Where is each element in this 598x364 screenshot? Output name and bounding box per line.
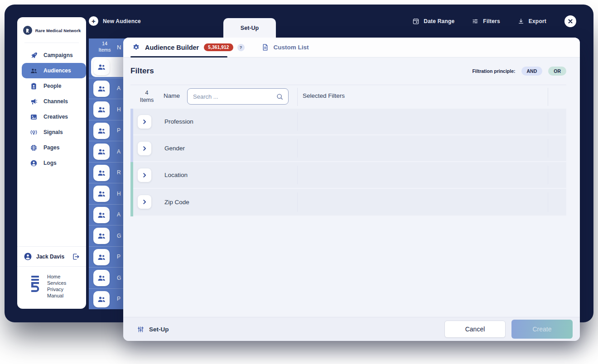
audience-name-partial: A (117, 141, 121, 162)
audience-name-partial: P (117, 289, 121, 310)
sidebar-item-label: Channels (43, 98, 68, 105)
audience-tile-button[interactable] (93, 165, 110, 181)
sidebar-item-creatives[interactable]: Creatives (17, 109, 86, 125)
modal-footer: Set-Up Cancel Create (123, 317, 580, 341)
sidebar-item-label: People (43, 83, 61, 89)
vertical-sliders-icon (137, 326, 145, 333)
sidebar-item-pages[interactable]: Pages (17, 140, 86, 155)
tab-custom-list[interactable]: Custom List (261, 43, 309, 51)
row-divider (548, 166, 548, 184)
audience-name-partial: P (117, 247, 121, 268)
help-badge[interactable]: ? (237, 44, 245, 51)
audience-tile-button[interactable] (93, 81, 110, 97)
selected-filters-header: Selected Filters (303, 92, 345, 99)
link-home[interactable]: Home (47, 274, 66, 280)
footer-set-up-label: Set-Up (149, 326, 169, 333)
sidebar-item-audiences[interactable]: Audiences (22, 63, 86, 78)
sidebar-item-campaigns[interactable]: Campaigns (17, 48, 86, 63)
column-divider (297, 88, 298, 106)
new-audience-button[interactable]: + New Audience (89, 16, 141, 26)
audience-count: 14 Items (89, 40, 121, 53)
sidebar-item-signals[interactable]: Signals (17, 125, 86, 140)
filter-name: Profession (164, 109, 193, 134)
expand-filter-button[interactable] (138, 195, 151, 209)
user-row: Jack Davis (17, 246, 86, 266)
and-pill[interactable]: AND (521, 67, 543, 76)
download-icon (517, 18, 525, 25)
export-button[interactable]: Export (517, 18, 546, 25)
audience-tile-button[interactable] (93, 186, 110, 202)
expand-filter-button[interactable] (138, 142, 151, 155)
audience-name-partial: G (117, 268, 121, 288)
audiences-icon (97, 189, 106, 198)
audience-name-partial: P (117, 120, 121, 141)
date-range-button[interactable]: Date Range (412, 18, 454, 25)
filters-heading: Filters (130, 67, 154, 76)
sidebar-footer: Home Services Privacy Manual (17, 266, 86, 309)
filtration-principle-label: Filtration principle: (472, 68, 515, 74)
chevron-right-icon (141, 119, 148, 125)
person-badge-icon (30, 82, 38, 90)
link-services[interactable]: Services (47, 280, 66, 286)
tab-audience-builder[interactable]: Audience Builder 5,361,912 ? (132, 43, 245, 51)
user-avatar-icon (24, 252, 32, 261)
audiences-icon (97, 231, 106, 240)
search-input[interactable] (193, 93, 276, 100)
sliders-icon (472, 18, 479, 25)
image-icon (30, 113, 38, 121)
expand-filter-button[interactable] (138, 168, 151, 182)
row-divider (297, 139, 298, 158)
sidebar-item-label: Audiences (43, 67, 71, 74)
close-button[interactable] (564, 15, 576, 27)
close-icon (568, 19, 573, 24)
filter-row[interactable]: Gender (130, 135, 566, 162)
megaphone-icon (30, 98, 38, 105)
filtration-principle: Filtration principle: AND OR (472, 67, 566, 76)
document-icon (261, 43, 269, 51)
sidebar-item-logs[interactable]: Logs (17, 155, 86, 171)
sidebar-item-people[interactable]: People (17, 78, 86, 94)
audience-tile-button[interactable] (93, 207, 110, 223)
audiences-icon (97, 126, 106, 135)
create-button[interactable]: Create (511, 320, 573, 339)
audiences-icon (97, 273, 106, 283)
audience-tile-button[interactable] (93, 270, 110, 286)
filter-rows: Profession Gender Location Zip Code (130, 109, 566, 216)
audiences-icon (97, 295, 106, 304)
audience-tile-button[interactable] (93, 291, 110, 307)
or-pill[interactable]: OR (548, 67, 566, 76)
audience-name-header: N (117, 44, 121, 51)
audience-name-partial: H (117, 183, 121, 204)
cancel-button[interactable]: Cancel (444, 321, 506, 338)
row-divider (548, 112, 548, 131)
filters-button[interactable]: Filters (472, 18, 500, 25)
audiences-icon (97, 105, 106, 114)
logout-icon[interactable] (72, 253, 80, 261)
audience-tile-button[interactable] (93, 249, 110, 265)
search-box (187, 88, 289, 105)
app-stage: + New Audience Date Range Filters Export… (0, 0, 598, 364)
new-audience-label: New Audience (103, 18, 141, 24)
audience-tile-button[interactable] (93, 101, 110, 118)
link-manual[interactable]: Manual (47, 293, 66, 299)
signal-icon (30, 129, 38, 136)
filter-row[interactable]: Zip Code (130, 189, 566, 216)
link-privacy[interactable]: Privacy (47, 287, 66, 292)
filter-row[interactable]: Profession (130, 109, 566, 135)
audience-tile-button[interactable] (93, 59, 110, 75)
audiences-icon (97, 62, 106, 72)
audience-tile-button[interactable] (93, 228, 110, 244)
filter-row[interactable]: Location (130, 162, 566, 189)
sidebar-bottom: Jack Davis Home Services Privacy Manual (17, 246, 86, 309)
audience-tile-button[interactable] (93, 123, 110, 139)
expand-filter-button[interactable] (138, 115, 151, 129)
chevron-right-icon (141, 199, 148, 205)
audience-tile-button[interactable] (93, 144, 110, 160)
row-divider (297, 112, 298, 131)
footer-set-up-step[interactable]: Set-Up (137, 326, 169, 333)
audience-builder-modal: Audience Builder 5,361,912 ? Custom List… (123, 38, 580, 341)
sidebar-item-channels[interactable]: Channels (17, 94, 86, 109)
filter-table-header: 4 Items Name Selected Filters (130, 85, 566, 109)
name-column-header: Name (164, 92, 180, 99)
audience-count-label: Items (89, 47, 121, 53)
